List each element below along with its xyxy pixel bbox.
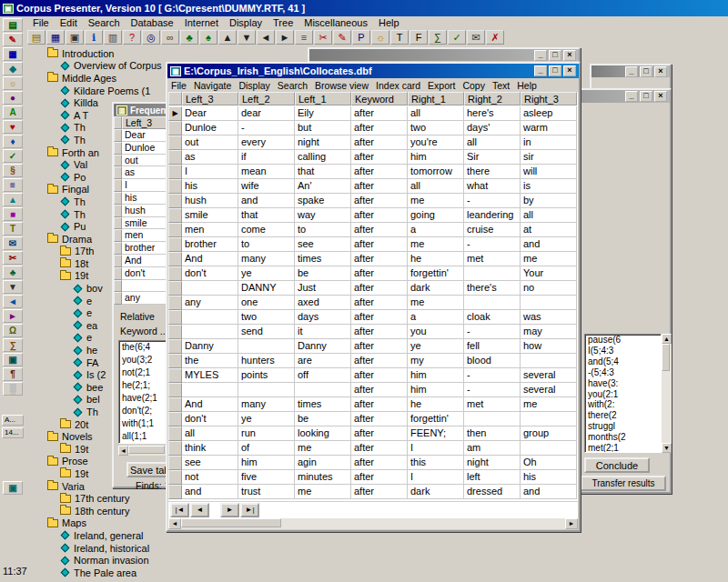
column-header[interactable]: Keyword — [351, 92, 408, 105]
grid-cell[interactable]: fell — [464, 339, 521, 354]
grid-cell[interactable]: his — [182, 179, 238, 194]
grid-cell[interactable] — [521, 412, 577, 426]
open-icon[interactable]: ▤ — [27, 30, 46, 45]
menu-edit[interactable]: Edit — [55, 16, 83, 29]
paragraph-icon[interactable]: P — [352, 30, 370, 45]
grid-row[interactable]: afterhim-several — [168, 383, 578, 397]
text-icon[interactable]: T — [390, 30, 409, 45]
grid-row[interactable]: Dunloe-butaftertwodays'warm — [168, 121, 578, 135]
tree-expand-icon[interactable]: ♣ — [180, 30, 198, 45]
first-record-button[interactable]: |◄ — [170, 503, 189, 517]
scroll-left-icon[interactable]: ◄ — [168, 518, 181, 529]
close-icon[interactable]: × — [654, 91, 667, 102]
menu-display[interactable]: Display — [235, 79, 273, 92]
grid-cell[interactable]: him — [408, 150, 464, 165]
menu-help[interactable]: Help — [373, 16, 405, 29]
grid-cell[interactable]: Your — [521, 266, 577, 281]
scroll-left-icon[interactable]: ◄ — [118, 446, 128, 456]
side-right-icon[interactable]: ► — [3, 309, 23, 323]
grid-cell[interactable]: to — [295, 223, 351, 237]
side-sun-icon[interactable]: ☼ — [3, 76, 23, 90]
maximize-icon[interactable]: □ — [640, 66, 652, 77]
collocates-window[interactable]: ▦ E:\Corpus_Irish_English\Collocates.dbf… — [166, 62, 581, 532]
grid-cell[interactable]: to — [238, 237, 295, 252]
column-header[interactable]: Right_1 — [408, 92, 464, 105]
side-pilcrow-icon[interactable]: ¶ — [3, 367, 23, 381]
column-header[interactable]: Right_2 — [464, 92, 521, 105]
grid-cell[interactable]: ye — [238, 412, 295, 426]
grid-cell[interactable]: several — [521, 368, 577, 383]
grid-cell[interactable] — [464, 412, 521, 426]
grid-cell[interactable]: looking — [295, 426, 351, 441]
results-list-item[interactable]: you(2:1 — [585, 389, 661, 400]
grid-cell[interactable]: if — [238, 150, 295, 165]
side-check-icon[interactable]: ✓ — [3, 149, 23, 163]
grid-cell[interactable]: me — [295, 485, 351, 499]
grid-cell[interactable]: all — [408, 179, 464, 194]
grid-cell[interactable]: and — [182, 485, 238, 499]
grid-cell[interactable]: me — [295, 441, 351, 456]
grid-row[interactable]: DannyDannyafteryefellhow — [168, 339, 578, 354]
grid-cell[interactable]: after — [351, 325, 408, 339]
grid-row[interactable]: senditafteryou-may — [168, 325, 578, 339]
grid-cell[interactable]: after — [351, 383, 408, 397]
side-left-icon[interactable]: ◄ — [3, 295, 23, 308]
grid-cell[interactable]: after — [351, 456, 408, 470]
grid-row[interactable]: don'tyebeafterforgettin' — [168, 412, 578, 426]
grid-cell[interactable]: points — [238, 368, 295, 383]
grid-cell[interactable]: after — [351, 485, 408, 499]
grid-cell[interactable]: dressed — [464, 485, 521, 499]
grid-cell[interactable]: DANNY — [238, 281, 295, 296]
side-dot-icon[interactable]: ● — [3, 91, 23, 105]
grid-cell[interactable]: may — [521, 325, 577, 339]
grid-row[interactable]: thehuntersareaftermyblood — [168, 354, 578, 368]
grid-cell[interactable]: trust — [238, 485, 295, 499]
grid-cell[interactable]: mean — [238, 165, 295, 179]
grid-cell[interactable]: after — [351, 426, 408, 441]
exit-icon[interactable]: ✗ — [486, 30, 504, 45]
menu-index-card[interactable]: Index card — [372, 79, 424, 92]
prev-record-button[interactable]: ◄ — [190, 503, 209, 517]
grid-row[interactable]: smilethatwayaftergoingleanderingall — [168, 208, 578, 223]
grid-cell[interactable]: And — [182, 397, 238, 412]
grid-cell[interactable]: hush — [182, 194, 238, 208]
grid-cell[interactable]: every — [238, 135, 295, 150]
grid-cell[interactable]: group — [521, 426, 577, 441]
grid-cell[interactable]: - — [238, 121, 295, 135]
grid-cell[interactable]: after — [351, 135, 408, 150]
grid-cell[interactable]: I — [408, 441, 464, 456]
grid-cell[interactable]: what — [464, 179, 521, 194]
close-icon[interactable]: × — [563, 50, 576, 61]
grid-cell[interactable]: tomorrow — [408, 165, 464, 179]
grid-row[interactable]: don'tyebeafterforgettin'Your — [168, 266, 578, 281]
grid-cell[interactable]: cruise — [464, 223, 521, 237]
grid-cell[interactable]: after — [351, 441, 408, 456]
grid-row[interactable]: hiswifeAn'afterallwhatis — [168, 179, 578, 194]
results-list-item[interactable]: -(5;4:3 — [585, 367, 661, 378]
edit-icon[interactable]: ✎ — [333, 30, 351, 45]
grid-horizontal-scrollbar[interactable]: ◄ ► — [168, 518, 578, 529]
grid-cell[interactable]: cloak — [464, 310, 521, 325]
grid-cell[interactable]: agin — [295, 456, 351, 470]
side-toolbar-label[interactable]: A... — [2, 415, 24, 426]
grid-cell[interactable]: hunters — [238, 354, 295, 368]
results-list-item[interactable]: have(3: — [585, 378, 661, 389]
font-icon[interactable]: F — [410, 30, 428, 45]
menu-search[interactable]: Search — [83, 16, 126, 29]
grid-cell[interactable]: ye — [408, 339, 464, 354]
grid-cell[interactable]: he — [408, 252, 464, 266]
grid-cell[interactable]: by — [521, 194, 577, 208]
grid-cell[interactable]: night — [464, 456, 521, 470]
grid-cell[interactable]: that — [295, 165, 351, 179]
minimize-icon[interactable]: _ — [625, 66, 638, 77]
grid-cell[interactable]: and — [238, 194, 295, 208]
results-list-item[interactable]: struggl — [585, 421, 661, 432]
grid-cell[interactable]: Dear — [182, 106, 238, 121]
grid-cell[interactable]: him — [408, 383, 464, 397]
minimize-icon[interactable]: _ — [534, 50, 547, 61]
menu-file[interactable]: File — [167, 79, 190, 92]
grid-cell[interactable]: that — [238, 208, 295, 223]
grid-cell[interactable]: his — [521, 470, 577, 485]
grid-cell[interactable]: two — [238, 310, 295, 325]
grid-cell[interactable]: then — [464, 426, 521, 441]
